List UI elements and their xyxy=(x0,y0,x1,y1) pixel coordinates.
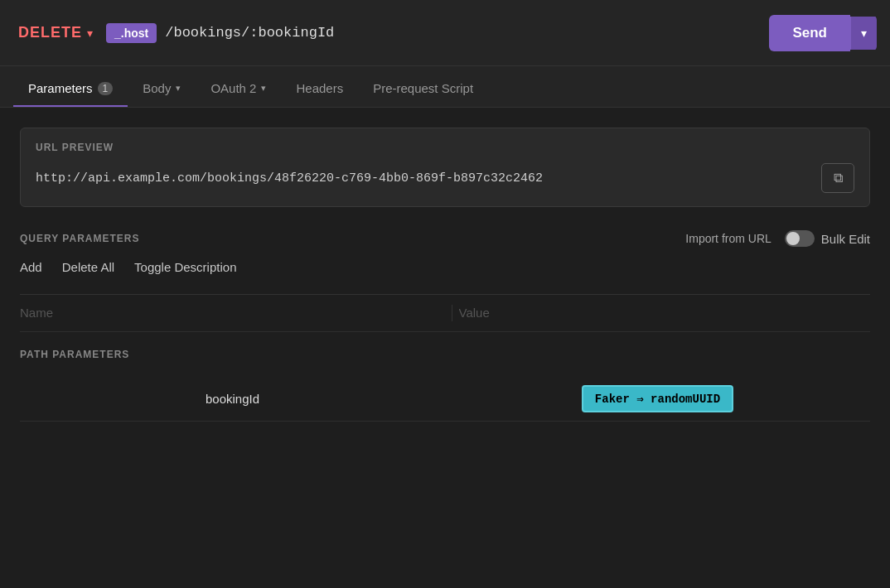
import-from-url-button[interactable]: Import from URL xyxy=(685,232,771,245)
params-value-input[interactable] xyxy=(459,306,871,320)
tab-pre-request-script[interactable]: Pre-request Script xyxy=(358,71,488,107)
oauth2-chevron-icon: ▾ xyxy=(261,83,266,94)
send-dropdown-button[interactable]: ▾ xyxy=(850,17,877,50)
host-badge[interactable]: _.host xyxy=(106,23,157,43)
url-preview-label: URL PREVIEW xyxy=(36,142,854,153)
action-buttons: Add Delete All Toggle Description xyxy=(20,260,870,274)
body-chevron-icon: ▾ xyxy=(176,83,181,94)
main-content: URL PREVIEW http://api.example.com/booki… xyxy=(0,108,890,441)
url-preview-text: http://api.example.com/bookings/48f26220… xyxy=(36,171,811,186)
add-button[interactable]: Add xyxy=(20,260,42,274)
path-param-name: bookingId xyxy=(20,392,445,406)
path-param-row: bookingId Faker ⇒ randomUUID xyxy=(20,377,870,422)
send-button-group: Send ▾ xyxy=(769,15,877,51)
params-value-cell xyxy=(459,306,871,321)
copy-icon: ⧉ xyxy=(834,171,843,186)
params-col-divider xyxy=(452,305,452,321)
top-bar: DELETE ▾ _.host Send ▾ xyxy=(0,0,890,66)
tab-oauth2[interactable]: OAuth 2 ▾ xyxy=(196,71,281,107)
tab-parameters[interactable]: Parameters 1 xyxy=(13,71,128,107)
copy-url-button[interactable]: ⧉ xyxy=(821,163,854,193)
tabs-bar: Parameters 1 Body ▾ OAuth 2 ▾ Headers Pr… xyxy=(0,66,890,108)
method-label: DELETE xyxy=(18,24,82,41)
query-params-actions: Import from URL Bulk Edit xyxy=(685,230,870,247)
params-header-row xyxy=(20,295,870,332)
tab-body[interactable]: Body ▾ xyxy=(128,71,196,107)
path-params-title: PATH PARAMETERS xyxy=(20,349,870,360)
path-params-section: PATH PARAMETERS bookingId Faker ⇒ random… xyxy=(20,349,870,422)
url-preview-row: http://api.example.com/bookings/48f26220… xyxy=(36,163,854,193)
faker-badge[interactable]: Faker ⇒ randomUUID xyxy=(582,385,733,412)
bulk-edit-label[interactable]: Bulk Edit xyxy=(821,232,870,246)
query-params-title: QUERY PARAMETERS xyxy=(20,233,139,244)
method-button[interactable]: DELETE ▾ xyxy=(13,21,98,45)
send-button[interactable]: Send xyxy=(769,15,850,51)
url-preview-box: URL PREVIEW http://api.example.com/booki… xyxy=(20,128,870,207)
params-name-input[interactable] xyxy=(20,306,432,320)
tab-headers[interactable]: Headers xyxy=(281,71,358,107)
query-params-header: QUERY PARAMETERS Import from URL Bulk Ed… xyxy=(20,230,870,247)
faker-cell: Faker ⇒ randomUUID xyxy=(445,385,870,412)
method-chevron-icon: ▾ xyxy=(87,27,93,40)
parameters-badge: 1 xyxy=(98,82,114,95)
delete-all-button[interactable]: Delete All xyxy=(62,260,114,274)
bulk-edit-toggle[interactable] xyxy=(785,230,815,247)
toggle-description-button[interactable]: Toggle Description xyxy=(134,260,236,274)
bulk-edit-group: Bulk Edit xyxy=(785,230,870,247)
url-input[interactable] xyxy=(165,25,761,41)
params-name-cell xyxy=(20,306,445,321)
